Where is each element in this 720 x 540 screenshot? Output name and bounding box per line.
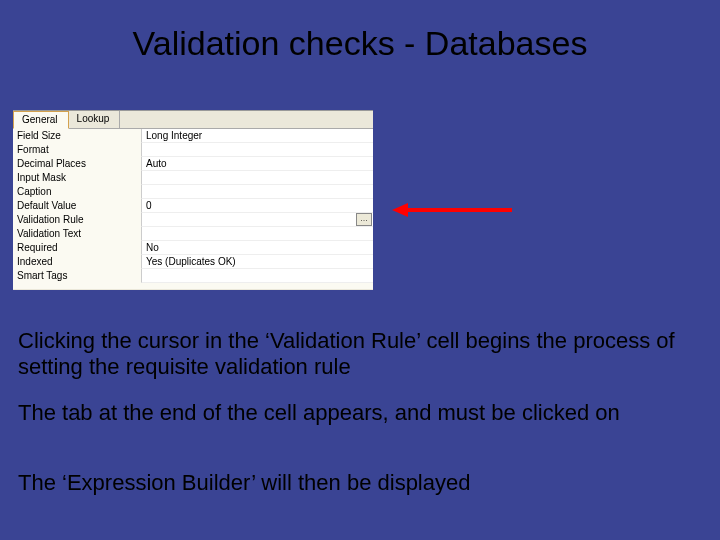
value-format[interactable] <box>141 143 373 157</box>
row-required: Required No <box>13 241 373 255</box>
value-smart-tags[interactable] <box>141 269 373 283</box>
label-validation-rule: Validation Rule <box>13 213 141 227</box>
paragraph-3: The ‘Expression Builder’ will then be di… <box>18 470 702 496</box>
value-default-value[interactable]: 0 <box>141 199 373 213</box>
value-validation-rule[interactable]: … <box>141 213 373 227</box>
tab-filler <box>120 111 373 129</box>
label-input-mask: Input Mask <box>13 171 141 185</box>
value-validation-text[interactable] <box>141 227 373 241</box>
row-validation-text: Validation Text <box>13 227 373 241</box>
row-validation-rule: Validation Rule … <box>13 213 373 227</box>
label-decimal-places: Decimal Places <box>13 157 141 171</box>
label-caption: Caption <box>13 185 141 199</box>
label-indexed: Indexed <box>13 255 141 269</box>
paragraph-2: The tab at the end of the cell appears, … <box>18 400 702 426</box>
field-properties-panel: General Lookup Field Size Long Integer F… <box>13 110 373 290</box>
label-field-size: Field Size <box>13 129 141 143</box>
slide-title: Validation checks - Databases <box>0 0 720 81</box>
label-format: Format <box>13 143 141 157</box>
callout-arrow <box>392 203 512 217</box>
expression-builder-button[interactable]: … <box>356 213 372 226</box>
row-caption: Caption <box>13 185 373 199</box>
row-default-value: Default Value 0 <box>13 199 373 213</box>
value-required[interactable]: No <box>141 241 373 255</box>
tab-general[interactable]: General <box>13 111 69 129</box>
value-caption[interactable] <box>141 185 373 199</box>
row-indexed: Indexed Yes (Duplicates OK) <box>13 255 373 269</box>
row-input-mask: Input Mask <box>13 171 373 185</box>
row-decimal-places: Decimal Places Auto <box>13 157 373 171</box>
row-format: Format <box>13 143 373 157</box>
value-field-size[interactable]: Long Integer <box>141 129 373 143</box>
tab-lookup[interactable]: Lookup <box>69 111 121 129</box>
label-smart-tags: Smart Tags <box>13 269 141 283</box>
properties-grid: Field Size Long Integer Format Decimal P… <box>13 129 373 289</box>
value-decimal-places[interactable]: Auto <box>141 157 373 171</box>
label-default-value: Default Value <box>13 199 141 213</box>
value-input-mask[interactable] <box>141 171 373 185</box>
label-validation-text: Validation Text <box>13 227 141 241</box>
row-smart-tags: Smart Tags <box>13 269 373 283</box>
tab-strip: General Lookup <box>13 111 373 129</box>
row-field-size: Field Size Long Integer <box>13 129 373 143</box>
paragraph-1: Clicking the cursor in the ‘Validation R… <box>18 328 702 381</box>
value-indexed[interactable]: Yes (Duplicates OK) <box>141 255 373 269</box>
label-required: Required <box>13 241 141 255</box>
arrow-line <box>406 208 512 212</box>
